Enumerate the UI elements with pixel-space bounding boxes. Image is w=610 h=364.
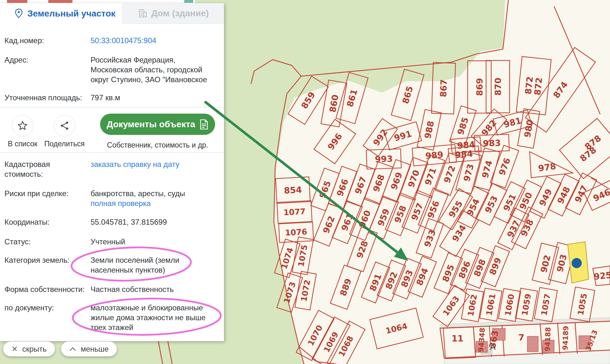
parcel-label-869: 869: [475, 78, 485, 96]
parcel-label-983: 983: [483, 138, 501, 149]
parcel-label-94189: 94189: [561, 326, 570, 350]
address-label: Адрес:: [4, 55, 88, 65]
parcel-label-925: 925: [593, 270, 610, 282]
location-pin-icon: [14, 8, 24, 19]
object-documents-button[interactable]: Документы объекта: [100, 114, 215, 135]
kad-number-link[interactable]: 50:33:0010475:904: [91, 36, 156, 45]
add-to-list-button[interactable]: [12, 115, 33, 136]
tab-land-parcel-label: Земельный участок: [27, 9, 115, 19]
land-category-value: Земли поселений (земли населенных пункто…: [91, 255, 220, 275]
tab-house-building-label: Дом (здание): [151, 8, 209, 18]
parcel-label-94348: 94348: [477, 328, 486, 352]
status-label: Статус:: [4, 237, 88, 247]
tab-house-building[interactable]: Дом (здание): [122, 3, 224, 24]
area-value: 797 кв.м: [91, 93, 220, 103]
star-icon: [17, 120, 28, 131]
building-icon: [138, 9, 147, 18]
kad-cost-label: Кадастровая стоимость:: [4, 159, 88, 179]
divider: [0, 152, 224, 153]
kad-number-label: Кад.номер:: [4, 36, 88, 45]
share-icon: [59, 121, 70, 131]
parcel-label-984: 984: [455, 149, 473, 160]
cadastral-map-app: А859860861865867869870872872874996992991…: [0, 0, 610, 364]
parcel-label-872: 872: [532, 77, 544, 96]
risks-label: Риски при сделке:: [4, 189, 88, 198]
area-label: Уточненная площадь:: [4, 93, 88, 103]
full-check-link[interactable]: полная проверка: [91, 199, 151, 208]
divider: [0, 107, 224, 108]
by-document-value: малоэтажные и блокированные жилые дома э…: [91, 303, 220, 332]
parcel-label-854: 854: [284, 185, 302, 195]
parcel-label-867: 867: [438, 79, 449, 97]
share-button[interactable]: [54, 115, 75, 136]
chevron-up-icon: [69, 347, 76, 351]
parcel-label-94188: 94188: [543, 327, 552, 351]
document-icon: [200, 119, 208, 129]
parcel-info-panel: Земельный участок Дом (здание) Кад.номер…: [0, 3, 224, 341]
less-label: меньше: [81, 345, 109, 354]
order-certificate-link[interactable]: заказать справку на дату: [91, 160, 180, 169]
coordinates-label: Координаты:: [4, 217, 88, 227]
ownership-label: Форма собственности:: [4, 284, 88, 294]
coordinates-value: 55.045781, 37.815699: [91, 217, 220, 227]
share-label: Поделиться: [41, 140, 88, 148]
documents-caption: Собственник, стоимость и др.: [100, 141, 215, 149]
by-document-label: по документу:: [4, 303, 88, 313]
land-category-label: Категория земель:: [4, 255, 88, 265]
parcel-label-7: 7: [518, 333, 525, 342]
parcel-label-993: 993: [375, 154, 393, 164]
risks-value: банкротства, аресты, суды: [91, 189, 220, 198]
object-documents-label: Документы объекта: [107, 119, 195, 129]
parcel-label-870: 870: [493, 78, 503, 96]
tab-land-parcel[interactable]: Земельный участок: [0, 3, 122, 24]
parcel-label-1077: 1077: [283, 207, 306, 217]
ownership-value: Частная собственность: [91, 284, 220, 294]
hide-label: скрыть: [22, 345, 47, 354]
add-to-list-label: В список: [3, 140, 43, 148]
hide-panel-button[interactable]: ✕ скрыть: [3, 341, 55, 356]
parcel-label-11: 11: [451, 334, 464, 343]
parcel-label-1076: 1076: [285, 227, 307, 238]
collapse-panel-button[interactable]: меньше: [61, 341, 117, 356]
address-value: Российская Федерация, Московская область…: [91, 55, 220, 84]
parcel-label-989: 989: [425, 149, 444, 161]
status-value: Учтенный: [91, 237, 220, 247]
close-icon: ✕: [11, 345, 18, 354]
